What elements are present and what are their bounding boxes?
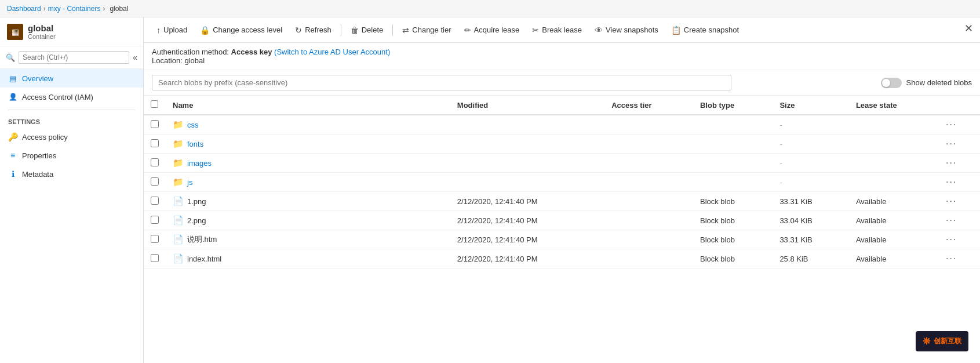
more-actions-button[interactable]: ··· [946, 139, 957, 148]
sidebar-item-properties[interactable]: ≡ Properties [0, 146, 143, 165]
table-row: 📁 js - ··· [144, 173, 980, 192]
row-checkbox-4[interactable] [151, 197, 159, 205]
search-icon: 🔍 [6, 53, 15, 62]
view-snapshots-button[interactable]: 👁 View snapshots [589, 22, 664, 38]
auth-switch-link[interactable]: (Switch to Azure AD User Account) [274, 48, 390, 56]
auth-info: Authentication method: Access key (Switc… [144, 43, 980, 70]
sidebar-item-access-policy[interactable]: 🔑 Access policy [0, 128, 143, 146]
watermark-text: 创新互联 [934, 336, 961, 346]
row-size: - [773, 135, 849, 154]
more-actions-button[interactable]: ··· [946, 177, 957, 187]
sidebar-subtitle: Container [28, 33, 56, 40]
row-access-tier [604, 192, 693, 211]
row-access-tier [604, 154, 693, 173]
more-actions-button[interactable]: ··· [946, 158, 957, 168]
more-actions-button[interactable]: ··· [946, 253, 957, 263]
break-lease-button[interactable]: ✂ Break lease [526, 22, 588, 38]
header-name: Name [166, 96, 450, 115]
delete-button[interactable]: 🗑 Delete [345, 22, 389, 38]
row-access-tier [604, 173, 693, 192]
row-checkbox-cell [144, 173, 166, 192]
row-checkbox-1[interactable] [151, 139, 159, 147]
header-size: Size [773, 96, 849, 115]
watermark: ❊ 创新互联 [916, 331, 968, 351]
more-actions-button[interactable]: ··· [946, 234, 957, 244]
file-icon: 📄 [173, 234, 184, 245]
row-modified [450, 154, 604, 173]
row-name: 2.png [187, 216, 206, 225]
blob-table-container: Name Modified Access tier Blob type Size… [144, 96, 980, 363]
row-checkbox-cell [144, 115, 166, 135]
more-actions-button[interactable]: ··· [946, 119, 957, 129]
row-access-tier [604, 135, 693, 154]
row-modified [450, 115, 604, 135]
row-size: 25.8 KiB [773, 249, 849, 268]
change-tier-icon: ⇄ [402, 26, 409, 35]
row-name: 1.png [187, 197, 206, 206]
search-input[interactable] [19, 51, 129, 64]
show-deleted-toggle[interactable] [881, 78, 902, 88]
row-checkbox-7[interactable] [151, 254, 159, 262]
row-name: index.html [187, 255, 221, 263]
row-modified: 2/12/2020, 12:41:40 PM [450, 211, 604, 230]
nav-divider [8, 110, 135, 110]
row-blob-type: Block blob [693, 211, 773, 230]
row-checkbox-cell [144, 249, 166, 268]
row-checkbox-cell [144, 154, 166, 173]
more-actions-button[interactable]: ··· [946, 196, 957, 206]
row-name-cell: 📁 images [166, 154, 450, 173]
row-name-cell: 📄 2.png [166, 211, 450, 230]
sidebar-header: ▦ global Container [0, 17, 143, 46]
sidebar-item-access-control[interactable]: 👤 Access Control (IAM) [0, 88, 143, 106]
row-checkbox-5[interactable] [151, 216, 159, 224]
sidebar-item-overview[interactable]: ▤ Overview [0, 69, 143, 88]
collapse-sidebar-button[interactable]: « [133, 53, 137, 62]
change-tier-button[interactable]: ⇄ Change tier [396, 22, 457, 38]
toggle-knob [882, 79, 890, 87]
refresh-button[interactable]: ↻ Refresh [289, 22, 337, 38]
change-access-level-button[interactable]: 🔒 Change access level [194, 22, 288, 38]
location-value: global [184, 56, 205, 65]
row-access-tier [604, 230, 693, 249]
row-access-tier [604, 249, 693, 268]
sidebar-item-overview-label: Overview [22, 74, 53, 83]
row-name-cell: 📄 说明.htm [166, 230, 450, 249]
select-all-checkbox[interactable] [151, 100, 158, 108]
row-name[interactable]: images [187, 159, 212, 168]
breadcrumb-dashboard[interactable]: Dashboard [7, 5, 41, 13]
blob-search-input[interactable] [152, 75, 731, 90]
row-checkbox-6[interactable] [151, 235, 159, 243]
row-name[interactable]: js [187, 178, 192, 187]
toolbar-sep-2 [392, 24, 393, 36]
table-row: 📁 css - ··· [144, 115, 980, 135]
row-checkbox-0[interactable] [151, 120, 159, 128]
row-blob-type [693, 135, 773, 154]
table-row: 📄 2.png 2/12/2020, 12:41:40 PM Block blo… [144, 211, 980, 230]
sidebar: ▦ global Container 🔍 « ▤ Overview 👤 Acce… [0, 17, 144, 363]
row-name[interactable]: fonts [187, 140, 203, 148]
row-modified [450, 173, 604, 192]
break-lease-icon: ✂ [532, 26, 539, 35]
row-size: 33.04 KiB [773, 211, 849, 230]
acquire-lease-button[interactable]: ✏ Acquire lease [458, 22, 526, 38]
upload-button[interactable]: ↑ Upload [151, 22, 193, 38]
overview-icon: ▤ [8, 74, 17, 83]
row-lease-state: Available [849, 211, 939, 230]
main-content: ↑ Upload 🔒 Change access level ↻ Refresh… [144, 17, 980, 363]
close-button[interactable]: ✕ [964, 22, 973, 35]
sidebar-title: global [28, 23, 56, 33]
row-name[interactable]: css [187, 121, 199, 129]
row-checkbox-cell [144, 230, 166, 249]
breadcrumb-current: global [110, 5, 128, 13]
row-size: - [773, 173, 849, 192]
toolbar-sep-1 [341, 24, 341, 36]
breadcrumb-containers[interactable]: mxy - Containers [48, 5, 101, 13]
create-snapshot-button[interactable]: 📋 Create snapshot [665, 22, 745, 38]
container-icon: ▦ [7, 24, 23, 40]
header-checkbox-col [144, 96, 166, 115]
sidebar-item-metadata[interactable]: ℹ Metadata [0, 165, 143, 183]
row-checkbox-2[interactable] [151, 158, 159, 166]
row-more-actions: ··· [939, 192, 980, 211]
more-actions-button[interactable]: ··· [946, 215, 957, 225]
row-checkbox-3[interactable] [151, 177, 159, 186]
